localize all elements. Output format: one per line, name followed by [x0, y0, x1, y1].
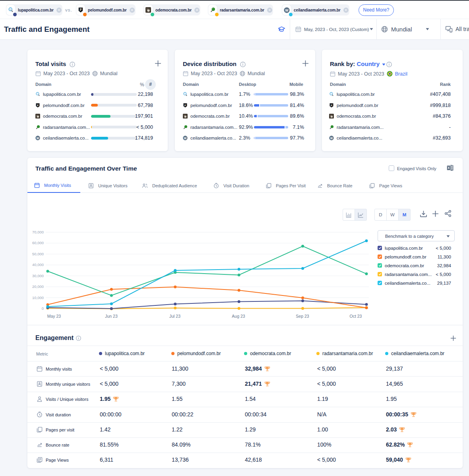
svg-text:50,000: 50,000: [32, 252, 44, 256]
svg-text:30,000: 30,000: [32, 274, 44, 278]
svg-text:P: P: [79, 8, 81, 12]
svg-text:Aug 23: Aug 23: [232, 314, 245, 319]
svg-text:W: W: [330, 137, 333, 140]
svg-text:P: P: [331, 103, 333, 107]
svg-text:W: W: [184, 137, 187, 140]
svg-text:20,000: 20,000: [32, 284, 44, 289]
svg-text:10,000: 10,000: [32, 295, 44, 300]
svg-text:0: 0: [42, 306, 44, 311]
svg-text:Sep 23: Sep 23: [296, 314, 309, 319]
svg-text:May 23: May 23: [47, 314, 61, 319]
svg-text:W: W: [37, 137, 39, 140]
svg-text:Jun 23: Jun 23: [105, 314, 118, 319]
svg-text:P: P: [37, 103, 39, 107]
svg-text:60,000: 60,000: [32, 241, 44, 245]
svg-text:Oct 23: Oct 23: [350, 314, 362, 319]
svg-text:W: W: [285, 8, 288, 12]
svg-text:Jul 23: Jul 23: [169, 314, 180, 319]
svg-text:70,000: 70,000: [32, 230, 44, 234]
svg-text:40,000: 40,000: [32, 262, 44, 267]
svg-text:P: P: [184, 103, 186, 107]
